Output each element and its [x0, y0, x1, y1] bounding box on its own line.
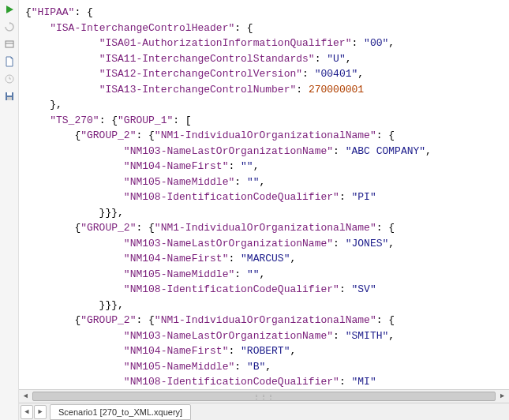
svg-marker-0 — [6, 6, 13, 13]
run-icon[interactable] — [3, 3, 16, 16]
tab-next-button[interactable]: ► — [34, 405, 47, 419]
svg-rect-9 — [7, 97, 12, 100]
left-toolbar — [0, 0, 19, 420]
code-editor[interactable]: {"HIPAA": { "ISA-InterchangeControlHeade… — [19, 0, 509, 389]
tab-label: Scenario1 [270_to_XML.xquery] — [58, 407, 182, 417]
horizontal-scrollbar[interactable]: ◄ ⋮⋮⋮ ► — [19, 389, 509, 403]
tab-scenario1[interactable]: Scenario1 [270_to_XML.xquery] — [50, 404, 191, 420]
svg-rect-2 — [6, 41, 13, 47]
tab-nav: ◄ ► — [21, 405, 47, 419]
tab-bar: ◄ ► Scenario1 [270_to_XML.xquery] — [19, 403, 509, 420]
scroll-right-arrow[interactable]: ► — [496, 390, 509, 403]
document-icon[interactable] — [3, 55, 16, 68]
clock-icon[interactable] — [3, 73, 16, 85]
view-icon[interactable] — [3, 38, 16, 51]
refresh-icon[interactable] — [3, 21, 16, 33]
scroll-thumb[interactable]: ⋮⋮⋮ — [32, 392, 496, 401]
scroll-left-arrow[interactable]: ◄ — [19, 390, 32, 403]
save-icon[interactable] — [3, 90, 16, 103]
svg-rect-8 — [7, 92, 12, 96]
scroll-grip-icon: ⋮⋮⋮ — [253, 393, 275, 400]
tab-prev-button[interactable]: ◄ — [21, 405, 33, 419]
main-panel: {"HIPAA": { "ISA-InterchangeControlHeade… — [19, 0, 509, 420]
